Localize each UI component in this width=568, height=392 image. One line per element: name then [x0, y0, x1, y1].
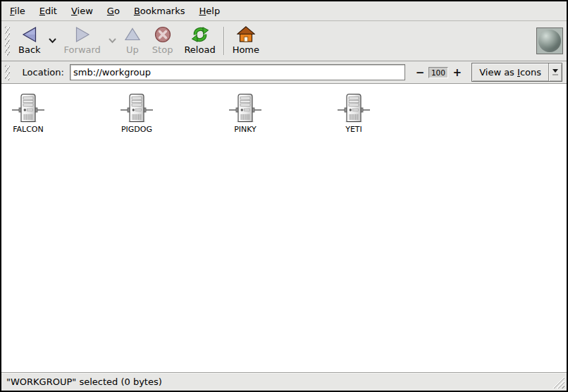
- file-manager-window: File Edit View Go Bookmarks Help Back Fo…: [0, 0, 568, 392]
- up-label: Up: [126, 44, 139, 55]
- server-icon: [120, 92, 154, 123]
- toolbar-separator: [223, 27, 225, 55]
- reload-label: Reload: [184, 44, 215, 55]
- toolbar: Back Forward Up: [1, 21, 567, 61]
- server-icon: [337, 92, 371, 123]
- back-button[interactable]: Back: [13, 21, 47, 61]
- zoom-level-indicator[interactable]: 100: [428, 67, 447, 78]
- zoom-out-button[interactable]: −: [416, 69, 425, 76]
- forward-label: Forward: [64, 44, 101, 55]
- view-as-dropdown[interactable]: View as Icons: [471, 63, 562, 82]
- home-icon: [237, 25, 255, 44]
- menu-edit[interactable]: Edit: [32, 3, 64, 19]
- menu-help[interactable]: Help: [192, 3, 228, 19]
- forward-history-dropdown: [106, 21, 118, 61]
- menu-go[interactable]: Go: [100, 3, 127, 19]
- menu-view[interactable]: View: [64, 3, 100, 19]
- menubar: File Edit View Go Bookmarks Help: [1, 1, 567, 21]
- server-label: YETI: [345, 125, 362, 134]
- location-bar: Location: − 100 + View as Icons: [1, 61, 567, 84]
- toolbar-spacer: [265, 21, 536, 61]
- server-icon: [228, 92, 262, 123]
- menu-bookmarks[interactable]: Bookmarks: [127, 3, 192, 19]
- server-item-pinky[interactable]: PINKY: [218, 92, 272, 134]
- location-bar-grip[interactable]: [5, 65, 10, 80]
- server-item-pigdog[interactable]: PIGDOG: [110, 92, 163, 134]
- back-label: Back: [18, 44, 41, 55]
- dropdown-arrow-icon: [548, 63, 562, 81]
- back-icon: [20, 25, 39, 44]
- menu-file[interactable]: File: [3, 3, 32, 19]
- throbber: [536, 27, 563, 54]
- up-arrow-icon: [124, 25, 141, 44]
- location-label: Location:: [23, 67, 64, 78]
- chevron-down-icon: [49, 38, 56, 44]
- stop-button: Stop: [147, 21, 179, 61]
- chevron-down-icon: [109, 38, 116, 44]
- resize-grip[interactable]: [552, 376, 564, 388]
- zoom-in-button[interactable]: +: [453, 66, 462, 79]
- reload-button[interactable]: Reload: [178, 21, 221, 61]
- stop-label: Stop: [152, 44, 173, 55]
- server-label: FALCON: [13, 125, 44, 134]
- home-button[interactable]: Home: [227, 21, 265, 61]
- forward-button: Forward: [58, 21, 106, 61]
- reload-icon: [191, 25, 209, 44]
- back-history-dropdown[interactable]: [47, 21, 58, 61]
- home-label: Home: [233, 44, 259, 55]
- status-text: "WORKGROUP" selected (0 bytes): [6, 376, 162, 387]
- location-input[interactable]: [70, 64, 405, 80]
- toolbar-grip[interactable]: [5, 26, 10, 56]
- server-item-falcon[interactable]: FALCON: [1, 92, 55, 134]
- server-label: PINKY: [234, 125, 257, 134]
- server-icon: [11, 92, 45, 123]
- server-label: PIGDOG: [121, 125, 152, 134]
- file-view: FALCON PIGDOG: [1, 84, 567, 372]
- up-button: Up: [118, 21, 147, 61]
- server-item-yeti[interactable]: YETI: [327, 92, 381, 134]
- forward-icon: [73, 25, 92, 44]
- status-bar: "WORKGROUP" selected (0 bytes): [1, 372, 567, 391]
- throbber-globe-icon: [538, 30, 561, 52]
- stop-icon: [154, 25, 172, 44]
- view-as-label: View as Icons: [472, 63, 548, 81]
